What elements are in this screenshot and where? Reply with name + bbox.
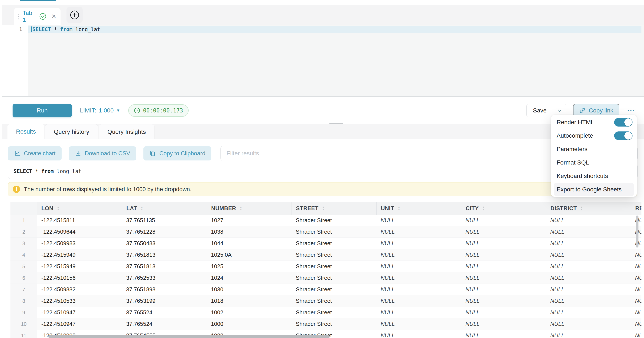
table-cell: 37.765524 (122, 318, 207, 330)
table-cell: -122.4509983 (37, 238, 122, 249)
limit-dropdown[interactable]: LIMIT: 1 000 ▼ (80, 107, 120, 114)
table-cell: 1025.0A (207, 249, 292, 261)
warning-icon: ! (13, 186, 20, 193)
autocomplete-toggle[interactable] (614, 131, 632, 140)
editor-code-area[interactable]: SELECT * from long_lat (28, 25, 644, 96)
download-icon (75, 150, 82, 157)
clock-icon (134, 107, 140, 114)
table-cell: Shrader Street (292, 307, 376, 318)
table-row[interactable]: 3-122.450998337.76504831044Shrader Stree… (10, 238, 642, 249)
create-chart-button[interactable]: Create chart (8, 146, 62, 160)
column-label: CITY (466, 205, 479, 212)
column-header-lon[interactable]: LON▲▼ (37, 202, 122, 215)
table-body: 1-122.451581137.76511351027Shrader Stree… (10, 215, 642, 338)
menu-item-export-google-sheets[interactable]: Export to Google Sheets (554, 183, 634, 196)
sort-icon: ▲▼ (398, 206, 400, 211)
more-options-menu: Render HTML Autocomplete Parameters Form… (551, 115, 637, 197)
column-header-unit[interactable]: UNIT▲▼ (376, 202, 461, 215)
link-icon (579, 107, 586, 114)
table-cell: NULL (546, 238, 631, 249)
menu-item-keyboard-shortcuts[interactable]: Keyboard shortcuts (551, 169, 637, 183)
column-header-street[interactable]: STREET▲▼ (292, 202, 376, 215)
table-row[interactable]: 1-122.451581137.76511351027Shrader Stree… (10, 215, 642, 226)
table-cell: NULL (546, 215, 631, 226)
table-cell: 37.7651228 (122, 226, 207, 238)
table-cell: 37.7651135 (122, 215, 207, 226)
row-number: 9 (10, 307, 37, 318)
column-header-re[interactable]: RE▲▼ (631, 202, 642, 215)
table-cell: NULL (546, 318, 631, 330)
sql-keyword: SELECT (32, 27, 51, 33)
horizontal-scrollbar[interactable] (48, 335, 330, 338)
column-header-city[interactable]: CITY▲▼ (461, 202, 546, 215)
table-row[interactable]: 8-122.451053337.76531991018Shrader Stree… (10, 295, 642, 307)
row-number: 10 (10, 318, 37, 330)
table-row[interactable]: 2-122.450964437.76512281038Shrader Stree… (10, 226, 642, 238)
row-number: 7 (10, 284, 37, 295)
table-cell: 37.7651898 (122, 284, 207, 295)
download-csv-button[interactable]: Download to CSV (69, 146, 136, 160)
table-cell: NULL (546, 226, 631, 238)
table-cell: NULL (631, 295, 642, 307)
editor-tab-bar: Tab 1 ✕ (2, 5, 644, 25)
column-header-lat[interactable]: LAT▲▼ (122, 202, 207, 215)
table-row[interactable]: 6-122.451015637.76525331024Shrader Stree… (10, 272, 642, 284)
table-cell: NULL (376, 318, 461, 330)
tab-query-history[interactable]: Query history (45, 124, 98, 139)
sort-icon: ▲▼ (57, 206, 60, 211)
table-cell: NULL (546, 261, 631, 272)
table-row[interactable]: 7-122.450983237.76518981030Shrader Stree… (10, 284, 642, 295)
table-row[interactable]: 5-122.451594937.76518131025Shrader Stree… (10, 261, 642, 272)
table-cell: -122.4510156 (37, 272, 122, 284)
close-tab-icon[interactable]: ✕ (51, 13, 56, 20)
save-button[interactable]: Save (526, 104, 553, 117)
menu-item-parameters[interactable]: Parameters (551, 142, 637, 156)
drag-handle-icon (18, 14, 20, 20)
table-cell: NULL (631, 272, 642, 284)
table-cell: Shrader Street (292, 284, 376, 295)
table-cell: NULL (461, 215, 546, 226)
column-header-district[interactable]: DISTRICT▲▼ (546, 202, 631, 215)
column-label: RE (635, 205, 642, 212)
column-label: NUMBER (211, 205, 236, 212)
editor-gutter: 1 (2, 25, 28, 96)
table-cell: NULL (631, 330, 642, 338)
table-row[interactable]: 9-122.451094737.7655241002Shrader Street… (10, 307, 642, 318)
query-toolbar: Run LIMIT: 1 000 ▼ 00:00:00.173 Save Cop… (2, 97, 644, 124)
table-cell: 37.7653199 (122, 295, 207, 307)
table-cell: 37.7650483 (122, 238, 207, 249)
render-html-toggle[interactable] (614, 118, 632, 126)
table-cell: NULL (461, 295, 546, 307)
tab-results[interactable]: Results (8, 124, 44, 139)
table-cell: 37.7651813 (122, 261, 207, 272)
table-cell: NULL (461, 272, 546, 284)
copy-clipboard-button[interactable]: Copy to Clipboard (144, 146, 212, 160)
row-number-header (10, 202, 37, 215)
table-cell: NULL (546, 330, 631, 338)
sql-editor[interactable]: 1 SELECT * from long_lat (2, 25, 644, 97)
top-accent-bar (20, 0, 56, 1)
menu-item-format-sql[interactable]: Format SQL (551, 156, 637, 169)
success-check-icon (39, 13, 46, 20)
table-cell: NULL (376, 226, 461, 238)
column-header-number[interactable]: NUMBER▲▼ (207, 202, 292, 215)
table-cell: Shrader Street (292, 249, 376, 261)
text-cursor (31, 27, 32, 32)
run-button[interactable]: Run (12, 104, 72, 117)
table-cell: 1027 (207, 215, 292, 226)
menu-item-autocomplete[interactable]: Autocomplete (551, 129, 637, 142)
sort-icon: ▲▼ (322, 206, 325, 211)
table-cell: 1024 (207, 272, 292, 284)
table-cell: NULL (376, 215, 461, 226)
more-options-button[interactable]: ⋯ (625, 106, 637, 115)
new-tab-button[interactable] (66, 7, 83, 23)
tab-query-insights[interactable]: Query Insights (99, 124, 155, 139)
menu-item-render-html[interactable]: Render HTML (551, 115, 637, 129)
timer-value: 00:00:00.173 (143, 107, 183, 114)
table-cell: NULL (376, 330, 461, 338)
tab-query-1[interactable]: Tab 1 ✕ (14, 8, 60, 25)
table-row[interactable]: 10-122.451094737.7655241000Shrader Stree… (10, 318, 642, 330)
table-cell: -122.4510533 (37, 295, 122, 307)
vertical-scrollbar[interactable] (636, 216, 638, 248)
table-row[interactable]: 4-122.451594937.76518131025.0AShrader St… (10, 249, 642, 261)
